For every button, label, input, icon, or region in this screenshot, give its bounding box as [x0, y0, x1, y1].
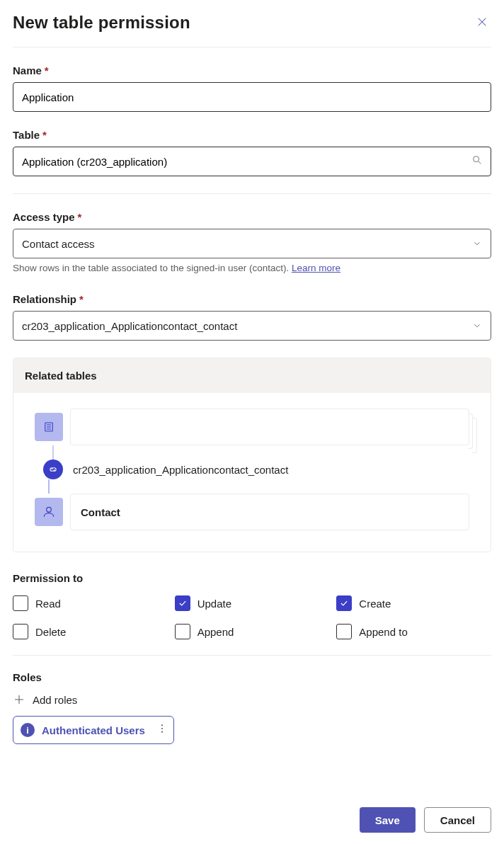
table-icon — [35, 413, 63, 441]
close-button[interactable] — [473, 13, 491, 34]
related-tables-card: Related tables cr203_application_Applica… — [13, 358, 491, 552]
relationship-select[interactable]: cr203_application_Applicationcontact_con… — [13, 311, 491, 341]
related-tables-title: Related tables — [13, 358, 491, 393]
permission-checkbox-delete[interactable]: Delete — [13, 624, 168, 639]
contact-icon — [35, 498, 63, 526]
checkbox-box — [13, 595, 28, 611]
checkbox-box — [175, 595, 190, 611]
relationship-link-icon — [43, 460, 63, 479]
add-roles-button[interactable]: Add roles — [13, 693, 491, 706]
permission-checkbox-create[interactable]: Create — [336, 595, 491, 611]
checkbox-label: Create — [359, 598, 391, 610]
info-icon: i — [21, 723, 35, 737]
permission-to-label: Permission to — [13, 572, 491, 584]
permission-checkbox-append-to[interactable]: Append to — [336, 624, 491, 639]
checkbox-label: Append to — [359, 626, 407, 638]
table-lookup[interactable] — [13, 147, 491, 176]
role-chip-authenticated-users[interactable]: i Authenticated Users — [13, 716, 174, 744]
checkbox-label: Read — [35, 598, 61, 610]
table-label: Table* — [13, 129, 491, 141]
checkbox-box — [336, 595, 352, 611]
checkbox-label: Delete — [35, 626, 66, 638]
svg-point-2 — [47, 507, 52, 512]
svg-point-3 — [161, 724, 163, 726]
svg-point-5 — [161, 731, 163, 733]
more-vertical-icon — [156, 723, 168, 734]
search-icon — [471, 154, 483, 169]
name-label: Name* — [13, 64, 491, 76]
relationship-name-display: cr203_application_Applicationcontact_con… — [73, 464, 288, 476]
checkbox-box — [175, 624, 190, 639]
cancel-button[interactable]: Cancel — [424, 807, 491, 833]
checkbox-box — [13, 624, 28, 639]
name-input[interactable] — [13, 82, 491, 112]
checkbox-label: Append — [197, 626, 234, 638]
permission-checkbox-read[interactable]: Read — [13, 595, 168, 611]
plus-icon — [13, 693, 25, 706]
checkbox-label: Update — [197, 598, 231, 610]
chevron-down-icon — [472, 321, 482, 331]
save-button[interactable]: Save — [360, 807, 416, 833]
stacked-records — [70, 409, 469, 445]
access-type-label: Access type* — [13, 211, 491, 223]
access-type-helper: Show rows in the table associated to the… — [13, 263, 491, 273]
contact-card: Contact — [70, 494, 469, 530]
close-icon — [476, 16, 488, 28]
chevron-down-icon — [472, 239, 482, 249]
role-menu-button[interactable] — [156, 723, 168, 737]
access-type-select[interactable]: Contact access — [13, 229, 491, 258]
learn-more-link[interactable]: Learn more — [292, 263, 340, 273]
dialog-title: New table permission — [13, 13, 190, 33]
roles-label: Roles — [13, 671, 491, 683]
svg-point-4 — [161, 728, 163, 729]
permission-checkbox-append[interactable]: Append — [175, 624, 330, 639]
permission-checkbox-update[interactable]: Update — [175, 595, 330, 611]
svg-point-0 — [474, 156, 479, 162]
checkbox-box — [336, 624, 352, 639]
relationship-label: Relationship* — [13, 293, 491, 305]
